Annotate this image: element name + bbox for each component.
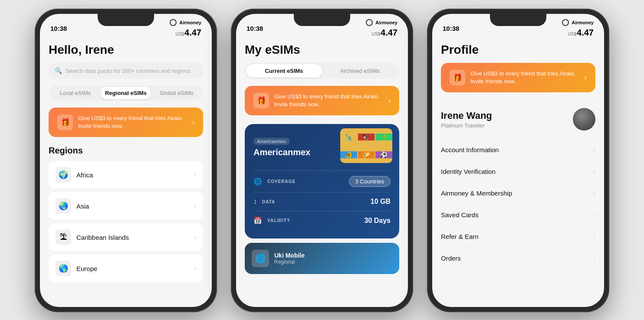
airmoney-icon-1 bbox=[170, 19, 177, 26]
esim-thumbnail: 🗽 🦅 🌵 🐠 🌮 ⚽ bbox=[340, 128, 392, 163]
tab-local-esims[interactable]: Local eSIMs bbox=[50, 87, 101, 99]
tab-regional-esims[interactable]: Regional eSIMs bbox=[101, 87, 151, 99]
africa-label: Africa bbox=[76, 171, 189, 179]
promo-icon-1: 🎁 bbox=[57, 114, 73, 130]
thumb-cell-5: 🌮 bbox=[358, 151, 375, 158]
profile-menu-list: Account Information › Identity Verificat… bbox=[441, 139, 595, 269]
asia-arrow: › bbox=[194, 202, 196, 209]
saved-cards-label: Saved Cards bbox=[441, 211, 479, 219]
promo-text-3: Give US$3 to every friend that tries Air… bbox=[470, 70, 579, 85]
balance-amount-3: 4.47 bbox=[577, 28, 594, 38]
coverage-icon: 🌐 bbox=[253, 177, 262, 186]
screen-2: 10:38 Airmoney US$ 4.47 My eSIMs Current… bbox=[236, 14, 408, 307]
menu-airmoney-membership[interactable]: Airmoney & Membership › bbox=[441, 183, 595, 204]
promo-banner-1[interactable]: 🎁 Give US$3 to every friend that tries A… bbox=[49, 108, 203, 137]
validity-icon: 📅 bbox=[253, 216, 262, 225]
europe-label: Europe bbox=[76, 265, 189, 272]
region-africa[interactable]: 🌍 Africa › bbox=[49, 161, 203, 189]
profile-avatar[interactable] bbox=[573, 108, 595, 131]
menu-orders[interactable]: Orders › bbox=[441, 248, 595, 269]
time-3: 10:38 bbox=[443, 25, 459, 32]
menu-saved-cards[interactable]: Saved Cards › bbox=[441, 204, 595, 226]
promo-icon-3: 🎁 bbox=[450, 70, 465, 85]
top-right-3: Airmoney US$ 4.47 bbox=[562, 19, 594, 38]
second-card-type: Regional bbox=[274, 259, 305, 265]
search-placeholder-1: Search data packs for 200+ countries and… bbox=[66, 68, 190, 74]
europe-icon: 🌎 bbox=[56, 261, 71, 276]
profile-user-section: Irene Wang Platinum Traveler bbox=[441, 101, 595, 137]
balance-prefix-3: US$ bbox=[568, 32, 576, 36]
promo-arrow-2: › bbox=[388, 97, 391, 104]
promo-text-2: Give US$3 to every friend that tries Air… bbox=[274, 93, 383, 108]
region-list-1: 🌍 Africa › 🌏 Asia › 🏝 Caribbean Islands … bbox=[49, 161, 203, 282]
airmoney-icon-2 bbox=[366, 19, 373, 26]
thumb-cell-3: 🌵 bbox=[375, 134, 392, 140]
thumb-cell-4: 🐠 bbox=[340, 151, 357, 158]
second-esim-card[interactable]: 🌐 Uki Mobile Regional bbox=[245, 243, 399, 274]
tab-archived-esims[interactable]: Archived eSIMs bbox=[322, 64, 398, 78]
screen-1: 10:38 Airmoney US$ 4.47 Hello, Irene 🔍 S… bbox=[40, 14, 212, 307]
menu-identity-verification[interactable]: Identity Verification › bbox=[441, 161, 595, 183]
notch-1 bbox=[98, 14, 154, 26]
tab-global-esims[interactable]: Global eSIMs bbox=[151, 87, 202, 99]
profile-tier: Platinum Traveler bbox=[441, 122, 492, 129]
thumb-cell-6: ⚽ bbox=[375, 151, 392, 158]
promo-banner-2[interactable]: 🎁 Give US$3 to every friend that tries A… bbox=[245, 86, 399, 115]
airmoney-membership-label: Airmoney & Membership bbox=[441, 189, 512, 197]
second-card-name: Uki Mobile bbox=[274, 252, 305, 259]
caribbean-icon: 🏝 bbox=[56, 229, 71, 245]
balance-prefix-1: US$ bbox=[176, 32, 184, 36]
search-bar-1[interactable]: 🔍 Search data packs for 200+ countries a… bbox=[49, 63, 203, 78]
caribbean-label: Caribbean Islands bbox=[76, 234, 189, 241]
thumb-cell-2: 🦅 bbox=[358, 134, 375, 140]
menu-account-information[interactable]: Account Information › bbox=[441, 139, 595, 161]
search-icon-1: 🔍 bbox=[55, 67, 62, 74]
airmoney-label-3: Airmoney bbox=[572, 20, 594, 25]
airmoney-label-2: Airmoney bbox=[375, 20, 398, 25]
data-label: DATA bbox=[262, 199, 365, 204]
identity-verification-arrow: › bbox=[593, 168, 595, 175]
validity-value: 30 Days bbox=[365, 217, 391, 225]
notch-2 bbox=[294, 14, 350, 26]
time-1: 10:38 bbox=[50, 25, 67, 32]
regions-title-1: Regions bbox=[49, 146, 203, 156]
promo-text-1: Give US$3 to every friend that tries Air… bbox=[78, 114, 187, 130]
account-info-arrow: › bbox=[593, 147, 595, 153]
caribbean-arrow: › bbox=[194, 234, 196, 241]
esim-card-americanmex[interactable]: 🗽 🦅 🌵 🐠 🌮 ⚽ Americanmex Americanmex 🌐 CO… bbox=[245, 124, 399, 238]
tab-row-1: Local eSIMs Regional eSIMs Global eSIMs bbox=[49, 85, 203, 101]
airmoney-membership-arrow: › bbox=[593, 190, 595, 197]
esim-coverage-row: 🌐 COVERAGE 3 Countries bbox=[253, 170, 391, 192]
region-asia[interactable]: 🌏 Asia › bbox=[49, 192, 203, 220]
africa-icon: 🌍 bbox=[56, 167, 71, 183]
region-caribbean[interactable]: 🏝 Caribbean Islands › bbox=[49, 223, 203, 251]
menu-refer-earn[interactable]: Refer & Earn › bbox=[441, 226, 595, 248]
balance-3: US$ 4.47 bbox=[568, 28, 594, 38]
second-card-info: Uki Mobile Regional bbox=[274, 252, 305, 265]
balance-amount-2: 4.47 bbox=[381, 28, 398, 38]
orders-label: Orders bbox=[441, 255, 461, 262]
screen-content-1: Hello, Irene 🔍 Search data packs for 200… bbox=[40, 39, 212, 307]
promo-banner-3[interactable]: 🎁 Give US$3 to every friend that tries A… bbox=[441, 63, 595, 92]
page-title-2: My eSIMs bbox=[245, 43, 399, 57]
coverage-label: COVERAGE bbox=[267, 179, 344, 184]
esim-validity-row: 📅 VALIDITY 30 Days bbox=[253, 211, 391, 230]
screen-3: 10:38 Airmoney US$ 4.47 Profile 🎁 Give U… bbox=[432, 14, 604, 307]
tab-current-esims[interactable]: Current eSIMs bbox=[246, 64, 322, 78]
region-europe[interactable]: 🌎 Europe › bbox=[49, 255, 203, 282]
page-title-3: Profile bbox=[441, 43, 595, 57]
top-right-1: Airmoney US$ 4.47 bbox=[170, 19, 201, 38]
esim-data-row: ↕ DATA 10 GB bbox=[253, 192, 391, 211]
data-icon: ↕ bbox=[253, 198, 257, 206]
promo-arrow-3: › bbox=[585, 74, 587, 82]
refer-earn-label: Refer & Earn bbox=[441, 233, 479, 240]
balance-prefix-2: US$ bbox=[372, 32, 380, 36]
coverage-value: 3 Countries bbox=[349, 176, 391, 187]
refer-earn-arrow: › bbox=[593, 233, 595, 240]
airmoney-row-2: Airmoney bbox=[366, 19, 398, 26]
saved-cards-arrow: › bbox=[593, 212, 595, 219]
validity-label: VALIDITY bbox=[267, 218, 359, 223]
asia-icon: 🌏 bbox=[56, 198, 71, 214]
balance-1: US$ 4.47 bbox=[176, 28, 201, 38]
promo-icon-2: 🎁 bbox=[253, 93, 269, 108]
